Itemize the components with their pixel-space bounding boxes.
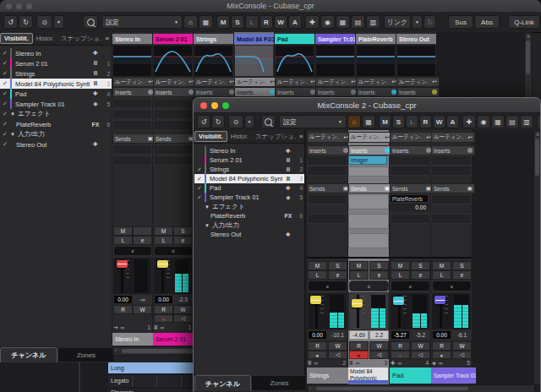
mute-button[interactable]: M <box>154 226 173 236</box>
check-icon[interactable]: ✓ <box>0 101 10 107</box>
edit-button[interactable]: e <box>328 270 347 280</box>
pan-control[interactable]: c <box>308 280 347 291</box>
inserts-rack-header[interactable]: Inserts <box>431 145 475 155</box>
insert-slot[interactable] <box>153 98 193 108</box>
menu-icon[interactable]: ≡ <box>106 35 112 42</box>
record-enable-button[interactable]: ● <box>349 351 369 359</box>
mute-button[interactable]: M <box>432 261 451 270</box>
check-icon[interactable]: ✓ <box>0 131 10 138</box>
channel-name-tag[interactable]: Model 84 P.01 <box>234 34 274 44</box>
insert-slot[interactable] <box>112 98 152 108</box>
eq-curve-display[interactable] <box>194 45 233 77</box>
articulation-lane[interactable]: Legato <box>108 375 194 387</box>
visibility-row[interactable]: ✓ Strings Ⅲ2 <box>194 165 304 174</box>
record-enable-button[interactable]: ● <box>432 351 451 359</box>
channel-label[interactable]: Serum 2 01 <box>153 333 197 346</box>
routing-rack-header[interactable]: ルーティン.↩ <box>431 132 475 143</box>
send-slot[interactable] <box>307 214 347 224</box>
channel-label-selected[interactable]: Model 84 Polyphonic Synt <box>348 368 388 384</box>
send-slot[interactable] <box>390 214 430 224</box>
snapshot-camera-button[interactable]: ⊙ <box>228 115 243 128</box>
edit-button[interactable]: e <box>411 270 430 280</box>
sends-rack-header[interactable]: Sends▣ <box>348 183 392 193</box>
sends-rack-header[interactable]: Sends▣ <box>112 133 156 144</box>
channel-name-tag[interactable]: Stereo Out <box>396 34 436 44</box>
fader-handle[interactable] <box>310 296 321 304</box>
routing-rack-header[interactable]: ルーティン.↩ <box>112 77 156 87</box>
write-button[interactable]: W <box>452 341 472 351</box>
inserts-rack-header[interactable]: Inserts <box>348 145 392 155</box>
check-icon[interactable]: ✓ <box>0 121 10 128</box>
routing-rack-header[interactable]: ルーティン.↩ <box>348 132 392 143</box>
check-icon[interactable]: ✓ <box>0 60 10 67</box>
listen-all-button[interactable]: L <box>245 15 259 29</box>
read-all-button[interactable]: R <box>419 115 432 128</box>
send-slot-platereverb[interactable]: PlateReverb <box>390 194 429 203</box>
snapshot-camera-button[interactable]: ⊙ <box>36 15 52 29</box>
link-button[interactable]: リンク <box>537 115 541 128</box>
visibility-row[interactable]: ✓ PlateReverb FX6 <box>0 119 112 129</box>
mute-button[interactable]: M <box>308 261 327 270</box>
send-slot[interactable] <box>153 155 193 166</box>
channel-name-tag[interactable]: Serum 2 01 <box>153 34 193 44</box>
undo-button[interactable]: ↺ <box>3 15 18 29</box>
read-button[interactable]: R <box>432 341 451 351</box>
solo-button[interactable] <box>133 226 152 236</box>
visibility-row-selected[interactable]: ✓ Model 84 Polyphonic Synth Ⅲ3 <box>0 79 112 89</box>
write-all-button[interactable]: W <box>433 115 445 128</box>
write-all-button[interactable]: W <box>274 15 287 29</box>
horizontal-scrollbar[interactable]: ‹ <box>307 384 535 392</box>
channel-label[interactable]: Sampler Track 01 <box>431 368 476 384</box>
edit-button[interactable]: e <box>173 236 193 245</box>
listen-button[interactable]: L <box>349 270 369 280</box>
insert-slot[interactable] <box>348 166 389 177</box>
snapshot-dropdown[interactable]: ▼ <box>244 115 254 128</box>
send-slot[interactable] <box>307 194 347 204</box>
write-button[interactable]: W <box>173 305 193 314</box>
eq-rack-icon[interactable]: ◉ <box>320 15 335 29</box>
sends-rack-header[interactable]: Sends▣ <box>390 183 434 193</box>
sends-rack-header[interactable]: Sends▣ <box>153 133 196 144</box>
mute-all-button[interactable]: M <box>379 115 391 128</box>
strip-rack-icon[interactable]: ▦ <box>491 115 505 128</box>
visibility-row[interactable]: Stereo In ✚ <box>194 146 304 155</box>
visibility-row[interactable]: PlateReverb FX6 <box>194 211 304 220</box>
meter-value[interactable]: 2.2 <box>369 330 389 340</box>
cue-rack-icon[interactable]: ▥ <box>520 115 533 128</box>
check-icon[interactable]: ✓ <box>194 166 205 173</box>
read-button[interactable]: R <box>308 341 327 351</box>
send-slot[interactable] <box>153 144 193 155</box>
tab-snapshots[interactable]: スナップショ. <box>57 34 105 44</box>
titlebar[interactable]: MixConsole 2 - Cubase_cpr <box>194 98 540 113</box>
undo-button[interactable]: ↺ <box>197 115 210 128</box>
search-button[interactable] <box>261 115 276 128</box>
channel-label[interactable]: Pad <box>390 368 434 384</box>
tab-visibility[interactable]: Visibilit. <box>0 33 33 44</box>
meter-value[interactable]: -10.1 <box>328 330 347 340</box>
visibility-folder-row[interactable]: ✓▼ エフェクト <box>0 109 112 119</box>
sends-rack-icon[interactable]: ▤ <box>505 115 519 128</box>
listen-button[interactable]: L <box>308 270 327 280</box>
send-slot[interactable] <box>431 194 472 204</box>
monitor-button[interactable]: ◁ <box>173 314 193 323</box>
check-icon[interactable]: ✓ <box>0 80 10 87</box>
eq-curve-display[interactable] <box>396 45 436 77</box>
insert-slot[interactable] <box>307 155 347 166</box>
send-slot[interactable] <box>112 155 152 166</box>
visibility-row[interactable]: ✓ Sampler Track 01 ◈5 <box>0 99 112 109</box>
close-button[interactable] <box>6 3 12 9</box>
tab-history[interactable]: Histor. <box>33 34 57 43</box>
home-button[interactable]: ⌂ <box>183 15 198 29</box>
solo-all-button[interactable]: S <box>231 15 244 29</box>
send-level-value[interactable]: 0.00 <box>390 204 429 211</box>
visibility-folder-row[interactable]: ▼ エフェクト <box>194 202 304 211</box>
monitor-button[interactable]: ◁ <box>452 351 472 359</box>
rack-grid-button[interactable]: ▦ <box>362 115 375 128</box>
channel-name-tag[interactable]: Strings <box>194 34 233 44</box>
inserts-rack-header[interactable]: Inserts <box>390 145 434 155</box>
strip-rack-icon[interactable]: ▦ <box>336 15 350 29</box>
minimize-button[interactable] <box>16 3 22 9</box>
insert-rack-icon[interactable]: ✚ <box>305 15 320 29</box>
volume-value[interactable]: -4.69 <box>349 330 369 340</box>
eq-curve-display[interactable] <box>315 45 355 77</box>
